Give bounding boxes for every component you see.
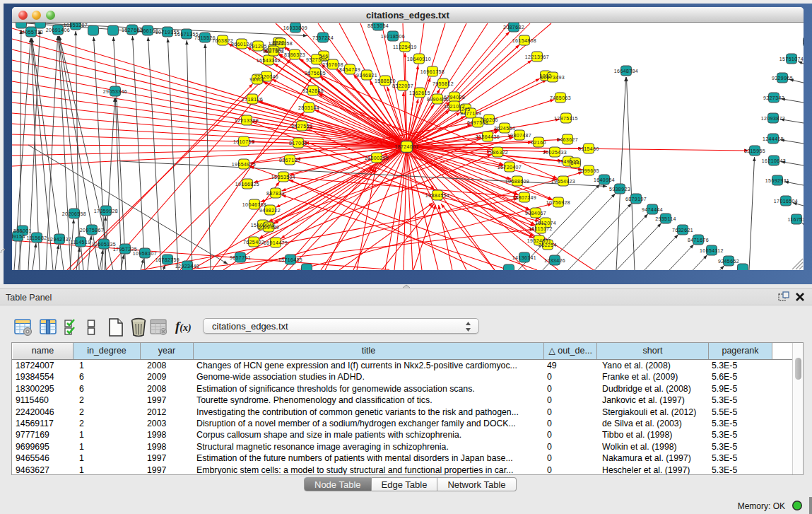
svg-text:15716485: 15716485 (278, 257, 302, 262)
svg-text:7663822: 7663822 (212, 38, 233, 43)
svg-text:1362615: 1362615 (409, 90, 430, 95)
svg-text:16961758: 16961758 (420, 69, 445, 74)
svg-text:1640954: 1640954 (594, 177, 615, 182)
svg-text:18300295: 18300295 (365, 156, 389, 160)
svg-text:8267130: 8267130 (279, 158, 300, 163)
svg-text:20691406: 20691406 (46, 28, 70, 33)
svg-text:14055713: 14055713 (19, 30, 43, 35)
svg-text:3675685: 3675685 (305, 71, 326, 76)
svg-text:2367608: 2367608 (322, 62, 343, 67)
svg-text:1115682: 1115682 (26, 235, 47, 240)
svg-text:252254: 252254 (539, 243, 557, 247)
svg-text:17359928: 17359928 (94, 209, 118, 214)
svg-text:19654923: 19654923 (551, 179, 575, 184)
svg-text:2087682: 2087682 (503, 25, 524, 30)
svg-text:9146821: 9146821 (356, 73, 377, 78)
svg-text:11325419: 11325419 (393, 45, 417, 49)
svg-text:3624554: 3624554 (494, 126, 515, 131)
svg-text:19166825: 19166825 (235, 182, 259, 187)
svg-text:15720407: 15720407 (498, 165, 522, 170)
svg-text:19218506: 19218506 (381, 34, 405, 39)
svg-text:1114519: 1114519 (70, 240, 90, 245)
svg-text:835001: 835001 (13, 228, 32, 233)
svg-text:15751074: 15751074 (779, 57, 804, 62)
svg-text:15692931: 15692931 (765, 178, 789, 183)
svg-text:18640910: 18640910 (407, 57, 431, 62)
svg-text:10653287: 10653287 (64, 23, 88, 28)
svg-text:20206558: 20206558 (62, 211, 86, 216)
svg-text:10973493: 10973493 (541, 75, 565, 80)
svg-text:21364436: 21364436 (476, 134, 500, 139)
svg-text:16782759: 16782759 (155, 257, 180, 262)
svg-text:10958107: 10958107 (133, 251, 157, 256)
svg-text:7955812: 7955812 (433, 81, 454, 86)
svg-text:817006: 817006 (289, 141, 307, 146)
svg-text:39154: 39154 (12, 234, 25, 239)
svg-text:8454749: 8454749 (339, 67, 360, 72)
svg-text:10756928: 10756928 (546, 200, 570, 205)
svg-text:12975115: 12975115 (554, 116, 578, 121)
svg-text:9245652: 9245652 (718, 259, 739, 264)
svg-text:10025433: 10025433 (543, 150, 567, 155)
svg-text:2803144: 2803144 (298, 105, 319, 110)
svg-text:746266: 746266 (480, 117, 498, 122)
svg-text:9463627: 9463627 (557, 137, 578, 142)
svg-text:9329965: 9329965 (772, 76, 793, 81)
svg-text:9242848: 9242848 (302, 88, 324, 93)
svg-text:2718126: 2718126 (242, 97, 263, 102)
svg-text:8427552: 8427552 (291, 124, 312, 129)
svg-text:18807249: 18807249 (512, 195, 536, 200)
svg-text:9084067: 9084067 (525, 211, 546, 216)
svg-text:12213967: 12213967 (525, 54, 549, 59)
svg-text:7485063: 7485063 (550, 95, 571, 100)
svg-text:887833: 887833 (266, 191, 285, 196)
svg-text:20975867: 20975867 (80, 228, 104, 233)
svg-text:2935114: 2935114 (655, 216, 676, 221)
svg-text:8813054: 8813054 (367, 23, 389, 28)
svg-text:6099489: 6099489 (258, 225, 279, 230)
svg-text:8215955: 8215955 (744, 148, 765, 153)
svg-text:1733426: 1733426 (544, 258, 565, 263)
svg-text:15353594: 15353594 (271, 175, 295, 180)
svg-text:10688609: 10688609 (505, 179, 529, 184)
svg-text:5938923: 5938923 (609, 187, 630, 192)
svg-text:16154808: 16154808 (512, 38, 536, 43)
svg-text:7625402: 7625402 (243, 240, 264, 245)
svg-text:16210643: 16210643 (762, 158, 786, 163)
svg-text:14136141: 14136141 (512, 255, 536, 260)
svg-text:12213389: 12213389 (235, 118, 259, 123)
svg-text:62160: 62160 (531, 140, 546, 145)
svg-text:8186323: 8186323 (284, 52, 305, 57)
svg-text:19384554: 19384554 (425, 193, 449, 198)
svg-text:19654975: 19654975 (232, 162, 256, 167)
svg-text:16648784: 16648784 (614, 69, 638, 74)
svg-text:9827508: 9827508 (263, 49, 284, 54)
svg-text:8322037: 8322037 (392, 83, 413, 88)
svg-text:1588520: 1588520 (375, 78, 396, 83)
svg-text:12942737: 12942737 (47, 237, 71, 242)
svg-text:6879197: 6879197 (625, 197, 647, 201)
svg-text:10654112: 10654112 (700, 248, 724, 253)
svg-text:18724007: 18724007 (394, 144, 418, 149)
svg-text:6794028: 6794028 (444, 95, 465, 100)
svg-text:9115460: 9115460 (578, 146, 599, 151)
svg-text:844: 844 (571, 160, 580, 165)
svg-text:12923448: 12923448 (175, 264, 199, 269)
svg-text:98901: 98901 (249, 77, 264, 82)
svg-text:16543362: 16543362 (257, 58, 281, 63)
svg-text:16115172: 16115172 (529, 226, 553, 231)
svg-text:7986322: 7986322 (487, 150, 508, 155)
svg-text:12093872: 12093872 (761, 116, 785, 121)
svg-text:7632621: 7632621 (672, 228, 693, 233)
svg-text:10046768: 10046768 (242, 202, 266, 207)
svg-text:9474444: 9474444 (642, 207, 663, 212)
svg-text:16033809: 16033809 (283, 25, 307, 30)
svg-text:9227342: 9227342 (763, 95, 784, 100)
svg-text:1244415: 1244415 (763, 136, 784, 141)
svg-text:8471676: 8471676 (688, 238, 709, 243)
svg-text:10807487: 10807487 (507, 133, 531, 138)
svg-text:116753: 116753 (787, 217, 804, 222)
svg-text:1612074: 1612074 (535, 221, 556, 226)
svg-text:1010755: 1010755 (233, 139, 254, 144)
svg-text:1117: 1117 (803, 40, 804, 45)
